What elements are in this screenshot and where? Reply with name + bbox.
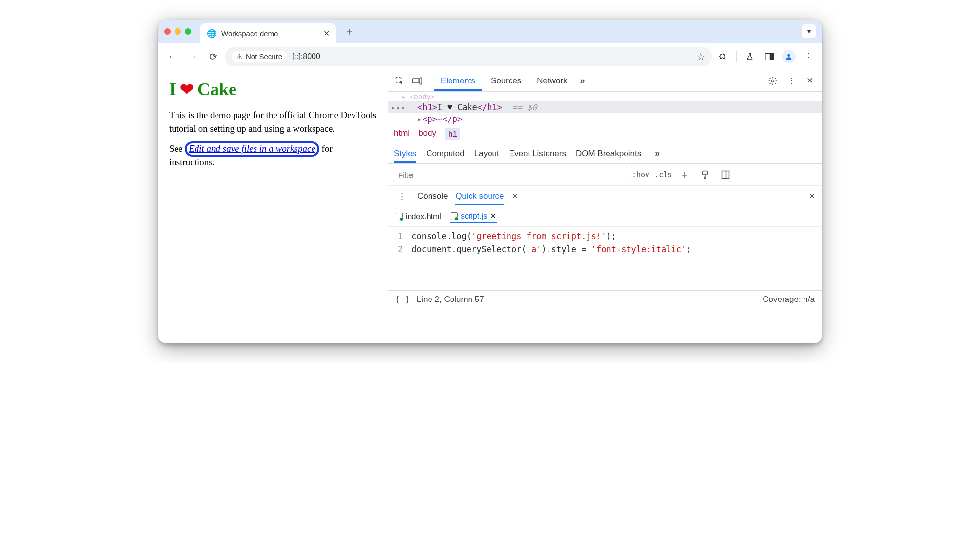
styles-toolbar: :hov .cls ＋: [388, 164, 822, 186]
subtab-layout[interactable]: Layout: [474, 144, 499, 163]
svg-rect-9: [722, 171, 729, 179]
traffic-lights: [164, 28, 191, 35]
h1-word-1: I: [169, 79, 176, 100]
file-tab-close-icon[interactable]: ✕: [490, 211, 496, 220]
svg-rect-1: [770, 53, 774, 60]
drawer-menu-icon[interactable]: ⋮: [394, 188, 410, 204]
overflow-dots-icon[interactable]: •••: [391, 104, 406, 112]
globe-icon: 🌐: [207, 29, 216, 38]
close-window-button[interactable]: [164, 28, 171, 35]
labs-icon[interactable]: [742, 48, 758, 65]
content-area: I ❤ Cake This is the demo page for the o…: [158, 70, 822, 343]
editor-code[interactable]: console.log('greetings from script.js!')…: [410, 227, 693, 290]
svg-point-6: [772, 80, 774, 82]
page-heading: I ❤ Cake: [169, 79, 377, 100]
para2-pre: See: [169, 143, 185, 154]
drawer-tab-close-icon[interactable]: ✕: [512, 192, 518, 200]
heart-icon: ❤: [180, 80, 194, 99]
inspect-element-icon[interactable]: [392, 73, 408, 89]
pretty-print-icon[interactable]: { }: [395, 295, 410, 304]
subtab-event-listeners[interactable]: Event Listeners: [509, 144, 566, 163]
settings-gear-icon[interactable]: [765, 73, 781, 89]
elements-tree[interactable]: ••• ▸ <body> <h1>I ♥ Cake</h1> == $0 ▸<p…: [388, 92, 822, 125]
source-editor[interactable]: 1 2 console.log('greetings from script.j…: [388, 227, 822, 290]
crumb-body[interactable]: body: [418, 128, 436, 140]
file-tab-script[interactable]: script.js ✕: [450, 209, 497, 223]
minimize-window-button[interactable]: [175, 28, 181, 35]
close-tab-icon[interactable]: ✕: [323, 29, 330, 38]
tab-title: Workspace demo: [221, 29, 278, 38]
browser-tab[interactable]: 🌐 Workspace demo ✕: [200, 23, 336, 43]
bookmark-star-icon[interactable]: ☆: [696, 51, 705, 62]
selected-marker: == $0: [512, 102, 537, 112]
devtools-menu-icon[interactable]: ⋮: [784, 73, 799, 89]
editor-gutter: 1 2: [388, 227, 410, 290]
computed-panel-toggle-icon[interactable]: [718, 167, 733, 182]
chrome-menu-button[interactable]: ⋮: [800, 48, 817, 65]
line-number: 1: [398, 230, 403, 243]
drawer-tab-quick-source[interactable]: Quick source: [455, 187, 504, 205]
tab-network[interactable]: Network: [530, 71, 574, 91]
line-number: 2: [398, 243, 403, 256]
workspace-tutorial-link[interactable]: Edit and save files in a workspace: [189, 143, 315, 154]
crumb-h1[interactable]: h1: [445, 128, 460, 140]
drawer-tabbar: ⋮ Console Quick source ✕ ✕: [388, 186, 822, 206]
rendered-page: I ❤ Cake This is the demo page for the o…: [158, 70, 388, 343]
address-bar[interactable]: ⚠ Not Secure [::]:8000 ☆: [225, 47, 712, 66]
svg-rect-7: [703, 171, 708, 175]
security-label: Not Secure: [246, 52, 282, 60]
editor-statusbar: { } Line 2, Column 57 Coverage: n/a: [388, 290, 822, 308]
extensions-icon[interactable]: [715, 48, 731, 65]
styles-more-chevron-icon[interactable]: »: [651, 148, 664, 159]
file-icon: [396, 213, 403, 220]
subtab-computed[interactable]: Computed: [426, 144, 464, 163]
svg-point-2: [787, 54, 790, 56]
security-pill[interactable]: ⚠ Not Secure: [232, 51, 287, 62]
file-icon: [451, 212, 458, 220]
tabs-dropdown-button[interactable]: ▾: [802, 24, 816, 38]
hov-toggle[interactable]: :hov: [632, 170, 649, 179]
cursor-position: Line 2, Column 57: [417, 295, 484, 304]
profile-button[interactable]: [781, 48, 797, 65]
element-line-body[interactable]: ▸ <body>: [388, 92, 822, 101]
side-panel-icon[interactable]: [761, 48, 778, 65]
svg-rect-8: [705, 177, 706, 179]
devtools-close-icon[interactable]: ✕: [802, 73, 818, 89]
editor-cursor: [691, 244, 691, 254]
elements-breadcrumbs: html body h1: [388, 125, 822, 143]
open-tag: <h1>: [417, 102, 437, 112]
more-tabs-chevron-icon[interactable]: »: [576, 76, 589, 86]
drawer-close-icon[interactable]: ✕: [808, 191, 816, 201]
toolbar-divider: [736, 51, 737, 62]
link-highlight-ring: Edit and save files in a workspace: [185, 141, 319, 157]
element-line-p[interactable]: ▸<p>⋯</p>: [388, 113, 822, 125]
file-tab-index[interactable]: index.html: [395, 210, 442, 223]
browser-window: 🌐 Workspace demo ✕ ＋ ▾ ← → ⟳ ⚠ Not Secur…: [158, 20, 822, 343]
subtab-dom-breakpoints[interactable]: DOM Breakpoints: [576, 144, 641, 163]
svg-rect-4: [413, 79, 419, 83]
browser-toolbar: ← → ⟳ ⚠ Not Secure [::]:8000 ☆ ⋮: [158, 43, 822, 70]
cls-toggle[interactable]: .cls: [654, 170, 672, 179]
element-line-h1[interactable]: <h1>I ♥ Cake</h1> == $0: [388, 101, 822, 113]
subtab-styles[interactable]: Styles: [394, 144, 416, 163]
new-tab-button[interactable]: ＋: [344, 25, 354, 38]
intro-paragraph: This is the demo page for the official C…: [169, 108, 377, 135]
tab-elements[interactable]: Elements: [434, 71, 482, 91]
source-file-tabs: index.html script.js ✕: [388, 206, 822, 227]
tab-sources[interactable]: Sources: [484, 71, 528, 91]
forward-button[interactable]: →: [184, 48, 201, 65]
devtools-panel: Elements Sources Network » ⋮ ✕ ••• ▸ <bo…: [388, 70, 822, 343]
device-toolbar-icon[interactable]: [410, 73, 425, 89]
drawer-tab-console[interactable]: Console: [417, 187, 448, 205]
paint-flash-icon[interactable]: [697, 167, 713, 182]
chevron-down-icon: ▾: [807, 27, 811, 35]
maximize-window-button[interactable]: [185, 28, 191, 35]
styles-filter-input[interactable]: [393, 167, 627, 182]
svg-rect-5: [420, 78, 422, 84]
back-button[interactable]: ←: [163, 48, 181, 65]
reload-button[interactable]: ⟳: [204, 48, 222, 65]
el-text: I ♥ Cake: [437, 102, 477, 112]
new-style-rule-icon[interactable]: ＋: [677, 167, 692, 182]
crumb-html[interactable]: html: [394, 128, 410, 140]
devtools-tabbar: Elements Sources Network » ⋮ ✕: [388, 70, 822, 92]
